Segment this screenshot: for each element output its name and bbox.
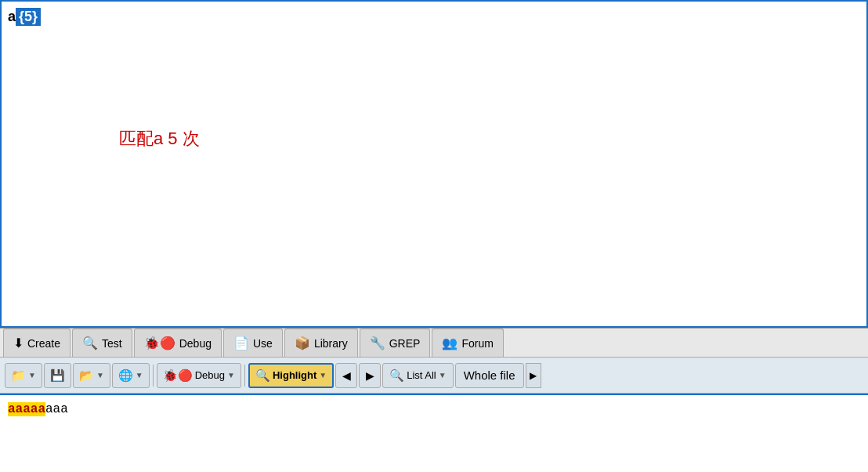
globe-icon: 🌐 xyxy=(118,369,133,383)
debug-arrow: ▼ xyxy=(227,371,235,379)
highlight-button[interactable]: 🔍 Highlight ▼ xyxy=(248,363,334,388)
save-button[interactable]: 💾 xyxy=(44,363,71,388)
tab-library-label: Library xyxy=(314,337,348,350)
result-highlighted-part: aaaaa xyxy=(8,402,45,416)
scroll-right-icon: ▶ xyxy=(530,370,537,381)
scroll-right-button[interactable]: ▶ xyxy=(526,363,541,388)
debug-icon: 🐞🔴 xyxy=(144,336,175,350)
debug-button-label: Debug xyxy=(195,369,225,381)
nav-forward-button[interactable]: ▶ xyxy=(359,363,381,388)
forum-icon: 👥 xyxy=(442,336,458,350)
save-icon: 💾 xyxy=(50,369,65,383)
debug-button[interactable]: 🐞🔴 Debug ▼ xyxy=(157,363,241,388)
create-icon: ⬇ xyxy=(13,336,24,350)
open-file-icon: 📂 xyxy=(79,369,94,383)
globe-arrow: ▼ xyxy=(136,371,143,379)
grep-icon: 🔧 xyxy=(370,336,385,350)
test-icon: 🔍 xyxy=(82,336,98,350)
tab-forum-label: Forum xyxy=(461,337,493,350)
debug-toolbar-icon: 🐞🔴 xyxy=(163,369,193,383)
result-text: aaaaaaaa xyxy=(8,402,68,416)
list-all-arrow: ▼ xyxy=(439,371,447,379)
regex-quantifier: {5} xyxy=(16,8,41,26)
whole-file-text: Whole file xyxy=(464,369,515,382)
new-file-icon: 📁 xyxy=(11,369,26,383)
new-file-button[interactable]: 📁 ▼ xyxy=(5,363,42,388)
tab-debug-label: Debug xyxy=(179,337,212,350)
list-all-button[interactable]: 🔍 List All ▼ xyxy=(382,363,453,388)
tab-test[interactable]: 🔍 Test xyxy=(72,329,132,357)
tab-forum[interactable]: 👥 Forum xyxy=(432,329,503,357)
globe-button[interactable]: 🌐 ▼ xyxy=(112,363,150,388)
nav-back-button[interactable]: ◀ xyxy=(335,363,357,388)
tab-create[interactable]: ⬇ Create xyxy=(3,329,71,357)
library-icon: 📦 xyxy=(295,336,310,350)
nav-back-icon: ◀ xyxy=(342,369,351,382)
separator-1 xyxy=(153,365,154,387)
tab-create-label: Create xyxy=(27,337,60,350)
regex-prefix: a xyxy=(8,9,16,25)
list-all-icon: 🔍 xyxy=(389,369,404,383)
tab-test-label: Test xyxy=(102,337,122,350)
tab-use[interactable]: 📄 Use xyxy=(223,329,283,357)
tab-debug[interactable]: 🐞🔴 Debug xyxy=(134,329,222,357)
whole-file-indicator: Whole file xyxy=(455,363,524,388)
editor-area: a{5} 匹配a 5 次 xyxy=(0,0,868,328)
match-info: 匹配a 5 次 xyxy=(119,127,200,151)
new-file-arrow: ▼ xyxy=(28,371,36,379)
regex-display: a{5} xyxy=(8,8,41,26)
open-file-arrow: ▼ xyxy=(96,371,104,379)
result-normal-part: aaa xyxy=(45,402,68,416)
separator-2 xyxy=(244,365,245,387)
toolbar: 📁 ▼ 💾 📂 ▼ 🌐 ▼ 🐞🔴 Debug ▼ 🔍 Highlight ▼ ◀… xyxy=(0,358,868,394)
highlight-arrow: ▼ xyxy=(319,371,327,379)
result-area: aaaaaaaa xyxy=(0,394,868,472)
use-icon: 📄 xyxy=(233,336,249,350)
open-file-button[interactable]: 📂 ▼ xyxy=(73,363,110,388)
highlight-button-label: Highlight xyxy=(273,369,316,381)
tab-bar: ⬇ Create 🔍 Test 🐞🔴 Debug 📄 Use 📦 Library… xyxy=(0,328,868,358)
list-all-label: List All xyxy=(407,369,436,381)
tab-library[interactable]: 📦 Library xyxy=(284,329,358,357)
tab-use-label: Use xyxy=(253,337,273,350)
highlight-search-icon: 🔍 xyxy=(255,369,270,383)
tab-grep-label: GREP xyxy=(389,337,421,350)
nav-forward-icon: ▶ xyxy=(366,369,374,382)
tab-grep[interactable]: 🔧 GREP xyxy=(360,329,431,357)
